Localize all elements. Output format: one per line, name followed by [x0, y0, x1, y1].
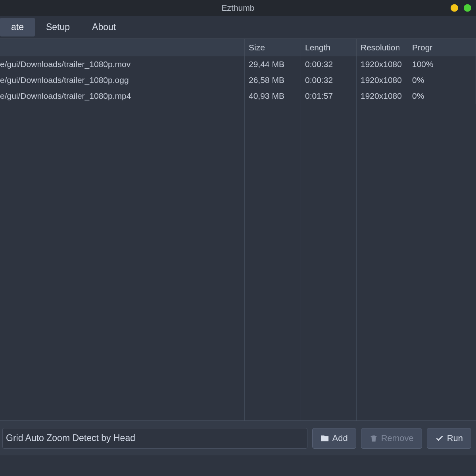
cell-resolution: 1920x1080 — [357, 56, 408, 72]
remove-button[interactable]: Remove — [361, 428, 422, 449]
cell-file: e/gui/Downloads/trailer_1080p.mp4 — [0, 88, 245, 104]
run-button[interactable]: Run — [427, 428, 471, 449]
trash-icon — [369, 434, 378, 443]
menu-item-label: Setup — [46, 22, 70, 32]
run-button-label: Run — [447, 433, 463, 443]
col-header-resolution[interactable]: Resolution — [357, 39, 408, 56]
menu-item-about[interactable]: About — [81, 18, 127, 36]
menu-item-label: About — [92, 22, 116, 32]
window-title: Ezthumb — [222, 3, 255, 13]
window-controls — [451, 4, 471, 12]
cell-length: 0:00:32 — [301, 72, 357, 88]
cell-file: e/gui/Downloads/trailer_1080p.ogg — [0, 72, 245, 88]
table-row[interactable]: e/gui/Downloads/trailer_1080p.mp4 40,93 … — [0, 88, 476, 104]
check-icon — [435, 434, 444, 443]
menu-item-setup[interactable]: Setup — [35, 18, 81, 36]
cell-progress: 100% — [408, 56, 476, 72]
table-body-container: e/gui/Downloads/trailer_1080p.mov 29,44 … — [0, 56, 476, 420]
add-button-label: Add — [332, 433, 348, 443]
cell-progress: 0% — [408, 88, 476, 104]
cell-resolution: 1920x1080 — [357, 88, 408, 104]
col-header-file[interactable] — [0, 39, 245, 56]
col-header-length[interactable]: Length — [301, 39, 357, 56]
cell-size: 40,93 MB — [245, 88, 301, 104]
col-header-progress[interactable]: Progr — [408, 39, 476, 56]
cell-size: 29,44 MB — [245, 56, 301, 72]
menu-item-generate[interactable]: ate — [0, 18, 35, 36]
col-header-size[interactable]: Size — [245, 39, 301, 56]
cell-length: 0:00:32 — [301, 56, 357, 72]
table-body: e/gui/Downloads/trailer_1080p.mov 29,44 … — [0, 56, 476, 104]
table-header: Size Length Resolution Progr — [0, 39, 476, 56]
cell-progress: 0% — [408, 72, 476, 88]
remove-button-label: Remove — [381, 433, 414, 443]
cell-resolution: 1920x1080 — [357, 72, 408, 88]
file-table: Size Length Resolution Progr e/gui/Downl… — [0, 39, 476, 420]
menu-item-label: ate — [11, 22, 24, 32]
folder-icon — [321, 434, 329, 443]
table-row[interactable]: e/gui/Downloads/trailer_1080p.ogg 26,58 … — [0, 72, 476, 88]
minimize-icon[interactable] — [451, 4, 458, 12]
bottom-padding — [0, 455, 476, 476]
footer-toolbar: Grid Auto Zoom Detect by Head Add Remove… — [0, 420, 476, 455]
menubar: ate Setup About — [0, 16, 476, 39]
titlebar: Ezthumb — [0, 0, 476, 16]
add-button[interactable]: Add — [312, 428, 356, 449]
status-label: Grid Auto Zoom Detect by Head — [6, 433, 135, 443]
cell-file: e/gui/Downloads/trailer_1080p.mov — [0, 56, 245, 72]
main-content: Size Length Resolution Progr e/gui/Downl… — [0, 39, 476, 420]
maximize-icon[interactable] — [464, 4, 471, 12]
table-row[interactable]: e/gui/Downloads/trailer_1080p.mov 29,44 … — [0, 56, 476, 72]
cell-length: 0:01:57 — [301, 88, 357, 104]
status-text: Grid Auto Zoom Detect by Head — [2, 428, 307, 449]
cell-size: 26,58 MB — [245, 72, 301, 88]
